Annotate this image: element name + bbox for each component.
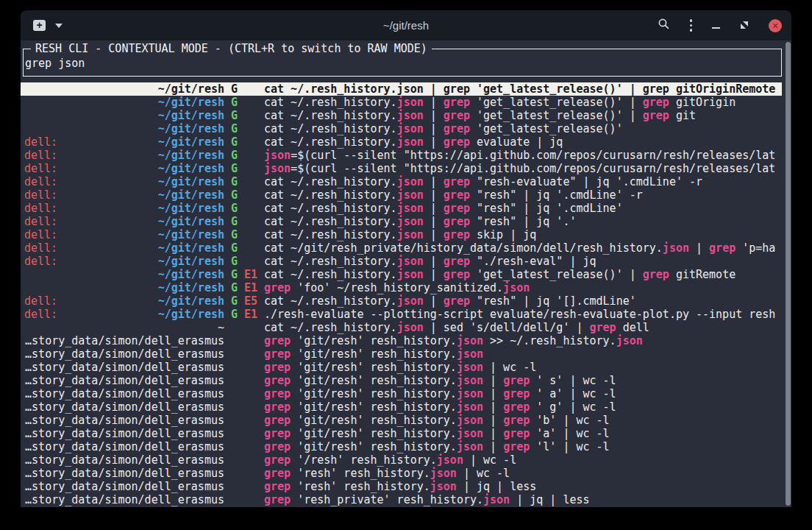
row-flags: G	[224, 96, 264, 109]
match-highlight: grep	[503, 374, 530, 387]
match-highlight: grep	[264, 427, 291, 440]
history-row[interactable]: …story_data/simon/dell_erasmusgrep 'git/…	[21, 361, 782, 374]
history-row[interactable]: …story_data/simon/dell_erasmusgrep 'git/…	[21, 374, 782, 387]
row-flags: G	[224, 162, 264, 175]
row-directory: ~/git/resh	[158, 109, 224, 122]
match-highlight: grep	[264, 334, 291, 347]
match-highlight: grep	[264, 414, 291, 427]
match-highlight: grep	[444, 175, 470, 188]
match-highlight: json	[457, 387, 483, 400]
match-highlight: grep	[444, 188, 470, 202]
history-row[interactable]: …story_data/simon/dell_erasmusgrep 'git/…	[21, 400, 782, 414]
row-directory: ~/git/resh	[158, 215, 224, 228]
history-row[interactable]: ~/git/resh G E1grep 'foo' ~/resh_history…	[21, 281, 782, 294]
row-flags	[224, 347, 264, 361]
history-row[interactable]: …story_data/simon/dell_erasmusgrep 'git/…	[21, 387, 782, 400]
match-highlight: json	[397, 215, 424, 228]
row-host-path: ~	[24, 321, 224, 334]
row-host-path: dell:~/git/resh	[24, 228, 224, 241]
history-row[interactable]: …story_data/simon/dell_erasmusgrep 'resh…	[21, 493, 782, 506]
match-highlight: json	[397, 135, 424, 149]
history-row[interactable]: …story_data/simon/dell_erasmusgrep 'git/…	[21, 427, 782, 440]
minimize-button[interactable]	[712, 27, 720, 29]
row-host-path: dell:~/git/resh	[24, 162, 224, 175]
restore-button[interactable]	[740, 19, 749, 32]
row-command: cat ~/.resh_history.json | sed 's/dell/d…	[264, 321, 782, 334]
git-flag: G	[224, 96, 238, 109]
git-flag: G	[224, 228, 238, 241]
history-row[interactable]: dell:~/git/resh G E5cat ~/.resh_history.…	[21, 294, 782, 308]
row-directory: ~/git/resh	[158, 175, 224, 188]
history-row[interactable]: …story_data/simon/dell_erasmusgrep 'resh…	[21, 480, 782, 493]
history-row[interactable]: dell:~/git/resh Gcat ~/.resh_history.jso…	[21, 135, 782, 149]
row-command: grep 'git/resh' resh_history.json	[264, 347, 782, 361]
git-flag: G	[224, 281, 238, 294]
history-row[interactable]: dell:~/git/resh Gcat ~/.resh_history.jso…	[21, 228, 782, 241]
row-command: ./resh-evaluate --plotting-script evalua…	[264, 308, 782, 321]
history-row[interactable]: …story_data/simon/dell_erasmusgrep 'git/…	[21, 347, 782, 361]
match-highlight: json	[457, 361, 483, 374]
search-icon[interactable]	[658, 18, 670, 33]
match-highlight: grep	[444, 135, 470, 149]
row-host-path: …story_data/simon/dell_erasmus	[24, 334, 224, 347]
row-host-path: …story_data/simon/dell_erasmus	[24, 400, 224, 414]
match-highlight: grep	[503, 414, 530, 427]
row-directory: ~/git/resh	[158, 122, 224, 135]
history-row[interactable]: dell:~/git/resh Gcat ~/.resh_history.jso…	[21, 175, 782, 188]
row-flags	[224, 414, 264, 427]
history-row[interactable]: dell:~/git/resh Gcat ~/.resh_history.jso…	[21, 188, 782, 202]
history-row[interactable]: dell:~/git/resh Gcat ~/.resh_history.jso…	[21, 202, 782, 215]
history-row[interactable]: …story_data/simon/dell_erasmusgrep 'git/…	[21, 414, 782, 427]
history-row[interactable]: …story_data/simon/dell_erasmusgrep 'git/…	[21, 334, 782, 347]
match-highlight: grep	[444, 96, 470, 109]
history-row[interactable]: ~/git/resh Gcat ~/.resh_history.json | g…	[21, 96, 782, 109]
history-row[interactable]: ~/git/resh Gcat ~/.resh_history.json | g…	[21, 82, 782, 96]
history-row[interactable]: ~/git/resh G E1cat ~/.resh_history.json …	[21, 268, 782, 281]
row-host-path: dell:~/git/resh	[24, 202, 224, 215]
row-flags	[224, 453, 264, 467]
match-highlight: grep	[264, 400, 291, 414]
menu-kebab-icon[interactable]	[690, 19, 693, 32]
row-host-path: dell:~/git/resh	[24, 135, 224, 149]
row-directory: …story_data/simon/dell_erasmus	[25, 427, 224, 440]
history-row[interactable]: ~cat ~/.resh_history.json | sed 's/dell/…	[21, 321, 782, 334]
match-highlight: grep	[643, 109, 669, 122]
row-flags: G E5	[224, 294, 264, 308]
history-row[interactable]: ~/git/resh Gcat ~/.resh_history.json | g…	[21, 122, 782, 135]
row-directory: …story_data/simon/dell_erasmus	[25, 467, 224, 480]
row-flags	[224, 374, 264, 387]
history-row[interactable]: dell:~/git/resh Gjson=$(curl --silent "h…	[21, 162, 782, 175]
row-command: grep '/resh' resh_history.json | wc -l	[264, 453, 782, 467]
row-command: cat ~/.resh_history.json | grep 'get_lat…	[264, 96, 782, 109]
row-flags: G	[224, 149, 264, 162]
match-highlight: json	[457, 374, 483, 387]
git-flag: G	[224, 122, 238, 135]
match-highlight: json	[457, 334, 483, 347]
history-row[interactable]: dell:~/git/resh G E1./resh-evaluate --pl…	[21, 308, 782, 321]
row-directory: ~/git/resh	[158, 241, 224, 255]
history-row[interactable]: dell:~/git/resh Gcat ~/.resh_history.jso…	[21, 255, 782, 268]
history-row[interactable]: …story_data/simon/dell_erasmusgrep '/res…	[21, 453, 782, 467]
row-directory: …story_data/simon/dell_erasmus	[25, 453, 224, 467]
history-row[interactable]: dell:~/git/resh Gcat ~/.resh_history.jso…	[21, 215, 782, 228]
history-row[interactable]: ~/git/resh Gcat ~/.resh_history.json | g…	[21, 109, 782, 122]
row-host-path: dell:~/git/resh	[24, 149, 224, 162]
close-button[interactable]	[769, 19, 782, 32]
match-highlight: json	[264, 162, 291, 175]
scrollbar-thumb[interactable]	[786, 42, 791, 506]
history-row[interactable]: …story_data/simon/dell_erasmusgrep 'resh…	[21, 467, 782, 480]
exit-code-flag: E5	[238, 294, 257, 308]
row-flags: G E1	[224, 308, 264, 321]
match-highlight: grep	[444, 268, 470, 281]
match-highlight: grep	[503, 440, 530, 453]
history-row[interactable]: dell:~/git/resh Gjson=$(curl --silent "h…	[21, 149, 782, 162]
row-directory: ~/git/resh	[158, 294, 224, 308]
match-highlight: grep	[643, 96, 669, 109]
match-highlight: json	[397, 294, 424, 308]
row-host-path: …story_data/simon/dell_erasmus	[24, 374, 224, 387]
match-highlight: grep	[503, 400, 530, 414]
history-row[interactable]: …story_data/simon/dell_erasmusgrep 'git/…	[21, 440, 782, 453]
row-directory: ~	[218, 321, 224, 334]
history-row[interactable]: dell:~/git/resh Gcat ~/git/resh_private/…	[21, 241, 782, 255]
git-flag: G	[224, 109, 238, 122]
